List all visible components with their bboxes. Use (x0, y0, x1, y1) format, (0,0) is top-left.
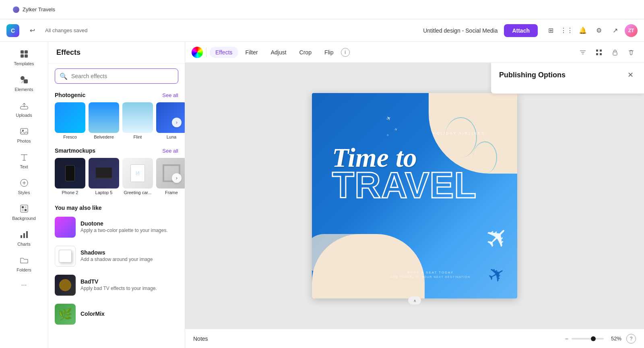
left-sidebar: Templates Elements Uploads Photos (0, 42, 48, 348)
filter-tab[interactable]: Filter (240, 47, 264, 58)
crop-tab[interactable]: Crop (294, 47, 317, 58)
notes-chevron-area: ∧ (408, 296, 421, 304)
background-label: Background (12, 216, 36, 221)
templates-icon (19, 48, 30, 60)
background-icon (19, 203, 30, 214)
effect-flint[interactable]: Flint (122, 102, 153, 139)
settings-icon[interactable]: ⚙ (592, 24, 605, 37)
sidebar-item-charts[interactable]: Charts (4, 226, 44, 250)
svg-rect-17 (23, 233, 25, 238)
bell-icon[interactable]: 🔔 (576, 24, 589, 37)
badtv-desc: Apply bad TV effects to your image. (80, 286, 178, 292)
sidebar-item-elements[interactable]: Elements (4, 71, 44, 95)
canvas-workspace[interactable]: Publishing Options ✕ (185, 63, 644, 329)
airplane-icon-small-3: ✈ (386, 133, 390, 137)
photogenic-header: Photogenic See all (48, 89, 185, 101)
svg-point-4 (21, 76, 25, 80)
canvas-area: Effects Filter Adjust Crop Flip i (185, 42, 644, 348)
mockup-phone2[interactable]: Phone 2 (55, 158, 85, 195)
effect-luna-label: Luna (167, 135, 176, 139)
grid-dots-icon[interactable] (592, 46, 605, 59)
adjust-tab[interactable]: Adjust (265, 47, 292, 58)
smartmockups-see-all[interactable]: See all (162, 148, 178, 154)
zoom-slider[interactable] (572, 338, 604, 340)
uploads-label: Uploads (16, 113, 32, 118)
also-like-badtv[interactable]: BadTV Apply bad TV effects to your image… (48, 271, 185, 300)
sidebar-item-background[interactable]: Background (4, 200, 44, 224)
svg-rect-14 (22, 209, 24, 211)
filter-lines-icon[interactable] (576, 46, 589, 59)
search-input[interactable] (55, 68, 178, 84)
sidebar-item-styles[interactable]: Styles (4, 174, 44, 198)
sidebar-item-text[interactable]: Text (4, 148, 44, 172)
effect-belvedere[interactable]: Belvedere (89, 102, 119, 139)
colormix-thumb: 🌿 (55, 304, 76, 325)
styles-label: Styles (18, 190, 30, 195)
folders-label: Folders (17, 267, 31, 272)
share-icon[interactable]: ↗ (609, 24, 621, 37)
user-avatar[interactable]: ZT (625, 24, 638, 37)
close-publishing-button[interactable]: ✕ (625, 69, 636, 81)
notes-chevron-button[interactable]: ∧ (408, 296, 421, 304)
travel-design[interactable]: ✈ ✈ ✈ HOLIDAY AIRLINES Time to TRAVEL ✈ … (312, 93, 517, 298)
zoom-minus-icon[interactable]: − (565, 336, 568, 342)
design-title: Untitled design - Social Media (423, 27, 497, 34)
image-toolbar: Effects Filter Adjust Crop Flip i (185, 42, 644, 63)
also-like-colormix[interactable]: 🌿 ColorMix (48, 300, 185, 329)
tab-favicon (13, 6, 19, 13)
more-button[interactable]: ··· (18, 279, 31, 292)
sidebar-item-folders[interactable]: Folders (4, 251, 44, 276)
effect-flint-label: Flint (134, 135, 142, 139)
also-like-duotone[interactable]: Duotone Apply a two-color palette to you… (48, 213, 185, 242)
divider-1 (206, 48, 206, 57)
smartmockups-title: Smartmockups (55, 147, 95, 154)
elements-icon (19, 74, 30, 85)
photos-label: Photos (17, 139, 31, 143)
shadows-name: Shadows (80, 249, 178, 256)
svg-rect-5 (24, 79, 28, 83)
color-picker[interactable] (192, 47, 203, 58)
topbar-icons: ⊞ ⋮⋮ 🔔 ⚙ ↗ ZT (544, 24, 638, 37)
trash-icon[interactable] (625, 46, 638, 59)
sidebar-item-uploads[interactable]: Uploads (4, 97, 44, 121)
browser-tab[interactable]: Zylker Travels (6, 4, 62, 15)
mockup-laptop5[interactable]: Laptop 5 (89, 158, 119, 195)
colormix-info: ColorMix (80, 311, 178, 318)
mockup-phone2-label: Phone 2 (62, 190, 78, 195)
svg-rect-16 (21, 235, 22, 238)
effect-luna-thumb (156, 102, 185, 133)
svg-rect-15 (25, 209, 27, 211)
photogenic-see-all[interactable]: See all (162, 92, 178, 98)
undo-button[interactable]: ↩ (26, 24, 39, 37)
effects-tab[interactable]: Effects (210, 47, 238, 58)
info-icon[interactable]: i (341, 48, 350, 57)
grid-icon[interactable]: ⊞ (544, 24, 557, 37)
sidebar-item-templates[interactable]: Templates (4, 45, 44, 69)
help-button[interactable]: ? (626, 334, 636, 344)
book-line-2: AND TRAVEL TO YOUR NEXT DESTINATION (391, 276, 471, 278)
mockup-greeting[interactable]: 📄 Greeting car... (122, 158, 153, 195)
publishing-options-panel: Publishing Options ✕ (491, 63, 644, 94)
duotone-name: Duotone (80, 220, 178, 227)
scroll-right-mockups[interactable]: › (172, 173, 182, 183)
flip-tab[interactable]: Flip (319, 47, 339, 58)
attach-button[interactable]: Attach (504, 24, 538, 37)
smartmockups-row: Phone 2 Laptop 5 📄 Greeting car... (48, 156, 185, 200)
svg-rect-1 (25, 50, 28, 54)
canva-logo[interactable]: C (6, 24, 19, 37)
effect-fresco[interactable]: Fresco (55, 102, 85, 139)
editor-body: Templates Elements Uploads Photos (0, 42, 644, 348)
sidebar-item-photos[interactable]: Photos (4, 122, 44, 147)
svg-rect-13 (25, 206, 27, 208)
lock-icon[interactable] (609, 46, 621, 59)
also-like-shadows[interactable]: Shadows Add a shadow around your image (48, 242, 185, 271)
charts-label: Charts (17, 242, 30, 246)
svg-rect-25 (600, 53, 602, 55)
templates-label: Templates (14, 61, 34, 66)
uploads-icon (19, 100, 30, 111)
dots-icon[interactable]: ⋮⋮ (560, 24, 573, 37)
scroll-right-photogenic[interactable]: › (172, 118, 182, 127)
browser-bar: Zylker Travels (0, 0, 644, 19)
charts-icon (19, 229, 30, 240)
photogenic-title: Photogenic (55, 92, 85, 98)
